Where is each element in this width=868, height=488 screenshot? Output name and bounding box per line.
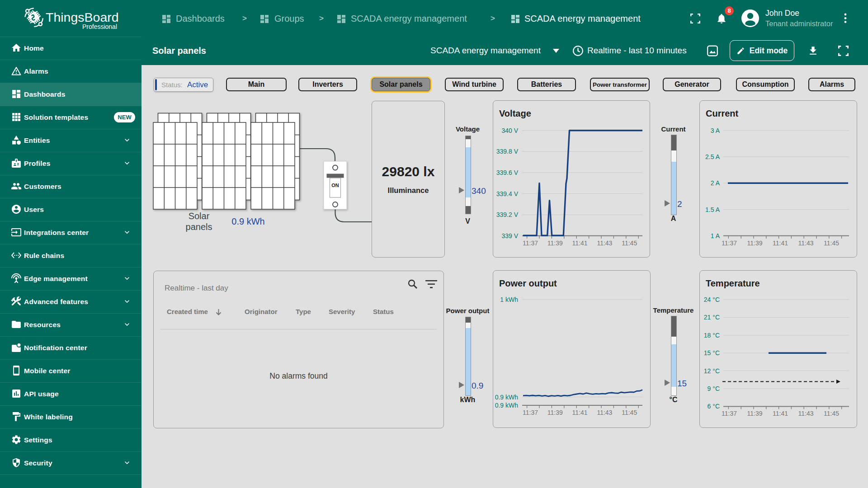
svg-text:2 A: 2 A: [711, 179, 720, 187]
svg-text:1.5 A: 1.5 A: [705, 206, 720, 213]
svg-text:18 °C: 18 °C: [704, 332, 720, 339]
svg-text:1 kWh: 1 kWh: [500, 296, 518, 303]
svg-text:2.5 A: 2.5 A: [705, 153, 720, 160]
svg-text:11:37: 11:37: [523, 239, 538, 247]
svg-text:15 °C: 15 °C: [704, 349, 720, 357]
svg-text:9 °C: 9 °C: [708, 385, 720, 392]
svg-text:11:39: 11:39: [547, 239, 563, 247]
svg-text:3 A: 3 A: [711, 127, 720, 134]
svg-text:11:43: 11:43: [597, 409, 612, 416]
svg-text:11:37: 11:37: [722, 239, 737, 247]
svg-text:11:45: 11:45: [622, 409, 637, 416]
svg-text:340 V: 340 V: [501, 127, 518, 134]
svg-text:11:43: 11:43: [798, 239, 814, 247]
svg-text:11:45: 11:45: [622, 239, 637, 247]
svg-text:339.4 V: 339.4 V: [496, 190, 519, 197]
svg-text:11:37: 11:37: [523, 409, 538, 416]
svg-text:21 °C: 21 °C: [704, 314, 720, 321]
svg-text:11:43: 11:43: [798, 410, 814, 417]
svg-text:339.8 V: 339.8 V: [496, 148, 519, 155]
svg-text:11:39: 11:39: [747, 410, 763, 417]
svg-text:11:39: 11:39: [747, 239, 763, 247]
svg-text:ON: ON: [331, 183, 339, 188]
svg-text:11:45: 11:45: [824, 239, 839, 247]
svg-text:6 °C: 6 °C: [708, 403, 720, 410]
svg-text:11:39: 11:39: [547, 409, 563, 416]
svg-text:1 A: 1 A: [711, 232, 720, 239]
svg-text:12 °C: 12 °C: [704, 367, 720, 375]
svg-text:11:41: 11:41: [773, 410, 788, 417]
svg-text:11:41: 11:41: [572, 239, 588, 247]
svg-text:24 °C: 24 °C: [704, 296, 720, 303]
svg-text:11:43: 11:43: [597, 239, 612, 247]
svg-text:11:41: 11:41: [773, 239, 788, 247]
svg-text:11:45: 11:45: [824, 410, 839, 417]
svg-text:11:41: 11:41: [572, 409, 588, 416]
svg-text:11:37: 11:37: [722, 410, 737, 417]
svg-text:339.6 V: 339.6 V: [496, 169, 519, 176]
svg-text:339.2 V: 339.2 V: [496, 211, 519, 218]
svg-text:339 V: 339 V: [501, 232, 518, 239]
svg-text:0.9 kWh: 0.9 kWh: [495, 402, 518, 409]
svg-text:0.9 kWh: 0.9 kWh: [495, 394, 518, 401]
